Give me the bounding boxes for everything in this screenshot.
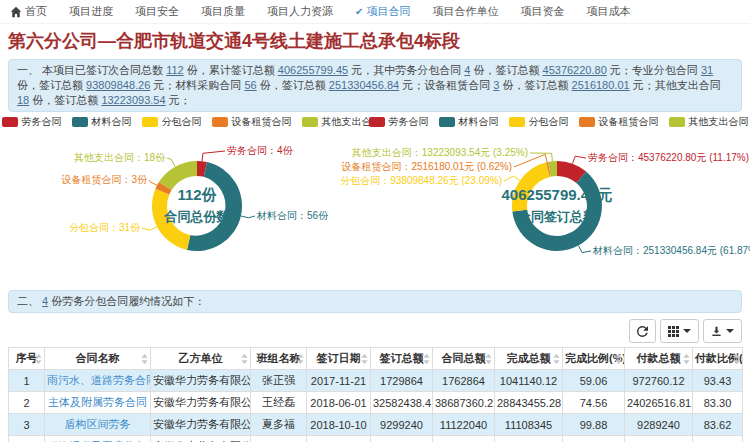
- nav-item-3[interactable]: 项目安全: [135, 4, 179, 19]
- pie-label-设备租赁合同: 设备租赁合同：2516180.01元 (0.62%): [341, 160, 512, 174]
- caret-down-icon: [726, 329, 734, 333]
- donut-center-text: 406255799.45元合同签订总额: [502, 186, 613, 226]
- legend-item-劳务合同[interactable]: 劳务合同: [2, 115, 62, 129]
- label-line: [142, 227, 157, 231]
- columns-button[interactable]: [660, 319, 699, 343]
- table-cell: 83.62: [693, 414, 743, 436]
- legend-swatch: [369, 117, 385, 127]
- pie-label-分包合同: 分包合同：93809848.26元 (23.09%): [340, 174, 502, 188]
- legend-swatch: [2, 117, 18, 127]
- pie-label-劳务合同: 劳务合同：4份: [227, 144, 293, 158]
- sort-icon[interactable]: [683, 353, 690, 364]
- nav-item-9[interactable]: 项目成本: [586, 4, 630, 19]
- summary-value-link[interactable]: 18: [17, 94, 29, 106]
- chart-col-amount: 劳务合同材料合同分包合同设备租赁合同其他支出合同 劳务合同：45376220.8…: [375, 112, 742, 290]
- summary-text: 元，其中劳务分包合同: [348, 64, 464, 76]
- donut-center-text: 112份合同总份数: [165, 186, 230, 226]
- summary-value-link[interactable]: 56: [244, 79, 256, 91]
- legend-item-劳务合同[interactable]: 劳务合同: [369, 115, 429, 129]
- summary-value-link[interactable]: 251330456.84: [329, 79, 399, 91]
- legend-item-材料合同[interactable]: 材料合同: [72, 115, 132, 129]
- column-header-完成总额[interactable]: 完成总额: [495, 348, 563, 370]
- nav-item-7[interactable]: 项目合作单位: [432, 4, 498, 19]
- column-header-乙方单位[interactable]: 乙方单位: [151, 348, 251, 370]
- table-cell: [251, 436, 307, 442]
- legend-item-分包合同[interactable]: 分包合同: [509, 115, 569, 129]
- column-header-合同总额[interactable]: 合同总额: [433, 348, 495, 370]
- legend-item-设备租赁合同[interactable]: 设备租赁合同: [579, 115, 659, 129]
- summary-value-link[interactable]: 112: [166, 64, 184, 76]
- table-cell: 1041140.12: [495, 370, 563, 392]
- label-line: [573, 156, 587, 164]
- nav-item-1[interactable]: 首页: [10, 4, 47, 19]
- sort-icon[interactable]: [141, 353, 148, 364]
- legend-item-其他支出合同[interactable]: 其他支出合同: [669, 115, 749, 129]
- check-icon: ✔: [355, 7, 363, 17]
- sort-icon[interactable]: [361, 353, 368, 364]
- column-header-付款比例(%)[interactable]: 付款比例(%): [693, 348, 743, 370]
- column-header-签订日期[interactable]: 签订日期: [307, 348, 371, 370]
- table-cell: 972760.12: [625, 370, 693, 392]
- table-cell: 28843455.28: [495, 392, 563, 414]
- nav-item-5[interactable]: 项目人力资源: [267, 4, 333, 19]
- legend-item-分包合同[interactable]: 分包合同: [142, 115, 202, 129]
- table-cell: 4: [9, 436, 45, 442]
- sort-icon[interactable]: [615, 353, 622, 364]
- nav-item-2[interactable]: 项目进度: [69, 4, 113, 19]
- chart-area-1: 劳务合同：4份材料合同：56份分包合同：31份设备租赁合同：3份其他支出合同：1…: [8, 130, 375, 290]
- legend-swatch: [509, 117, 525, 127]
- nav-item-6[interactable]: ✔项目合同: [355, 4, 410, 19]
- sort-icon[interactable]: [241, 353, 248, 364]
- table-header-row: 序号合同名称乙方单位班组名称签订日期签订总额合同总额完成总额完成比例(%)付款总…: [9, 348, 743, 370]
- table-cell: 2020-05-21: [307, 436, 371, 442]
- table-cell: 32582438.4: [371, 392, 433, 414]
- summary-value-link[interactable]: 2516180.01: [572, 79, 630, 91]
- nav-item-4[interactable]: 项目质量: [201, 4, 245, 19]
- nav-item-8[interactable]: 项目资金: [520, 4, 564, 19]
- refresh-button[interactable]: [629, 319, 656, 343]
- column-header-签订总额[interactable]: 签订总额: [371, 348, 433, 370]
- sort-icon[interactable]: [297, 353, 304, 364]
- sort-icon[interactable]: [733, 353, 740, 364]
- contract-name-link[interactable]: 雨污水、道路劳务合同: [47, 374, 151, 386]
- pie-label-材料合同: 材料合同：251330456.84元 (61.87%): [593, 244, 750, 258]
- table-cell: 11108345: [495, 414, 563, 436]
- column-header-序号[interactable]: 序号: [9, 348, 45, 370]
- label-line: [167, 158, 175, 167]
- table-cell: 张正强: [251, 370, 307, 392]
- legend-swatch: [579, 117, 595, 127]
- labor-contract-table: 序号合同名称乙方单位班组名称签订日期签订总额合同总额完成总额完成比例(%)付款总…: [8, 347, 743, 442]
- summary-value-link[interactable]: 406255799.45: [278, 64, 348, 76]
- table-cell: 2017-11-21: [307, 370, 371, 392]
- column-header-完成比例(%)[interactable]: 完成比例(%): [563, 348, 625, 370]
- pie-label-分包合同: 分包合同：31份: [69, 221, 140, 235]
- table-cell: 67.34: [693, 436, 743, 442]
- export-button[interactable]: [703, 319, 742, 343]
- pie-label-材料合同: 材料合同：56份: [257, 209, 328, 223]
- summary-value-link[interactable]: 31: [701, 64, 713, 76]
- sort-icon[interactable]: [35, 353, 42, 364]
- contract-name-link[interactable]: 盾构区间劳务: [65, 418, 131, 430]
- legend-2: 劳务合同材料合同分包合同设备租赁合同其他支出合同: [375, 114, 742, 130]
- legend-item-材料合同[interactable]: 材料合同: [439, 115, 499, 129]
- table-cell: 11122040: [433, 414, 495, 436]
- table-cell: 74.56: [563, 392, 625, 414]
- summary-text: 份，签订总额: [499, 79, 571, 91]
- table-cell: 王经磊: [251, 392, 307, 414]
- contract-name-link[interactable]: 主体及附属劳务合同: [48, 396, 147, 408]
- home-icon: [10, 6, 22, 18]
- sort-icon[interactable]: [485, 353, 492, 364]
- legend-item-设备租赁合同[interactable]: 设备租赁合同: [212, 115, 292, 129]
- summary-section-2: 二、 4 份劳务分包合同履约情况如下：: [8, 290, 742, 313]
- label-line: [578, 246, 591, 253]
- column-header-班组名称[interactable]: 班组名称: [251, 348, 307, 370]
- summary-value-link[interactable]: 13223093.54: [101, 94, 165, 106]
- sort-icon[interactable]: [423, 353, 430, 364]
- summary-value-link[interactable]: 45376220.80: [543, 64, 607, 76]
- column-header-合同名称[interactable]: 合同名称: [45, 348, 151, 370]
- legend-swatch: [439, 117, 455, 127]
- column-header-付款总额[interactable]: 付款总额: [625, 348, 693, 370]
- sort-icon[interactable]: [553, 353, 560, 364]
- table-cell: 安徽华力劳务有限公司: [151, 370, 251, 392]
- summary-value-link[interactable]: 93809848.26: [86, 79, 150, 91]
